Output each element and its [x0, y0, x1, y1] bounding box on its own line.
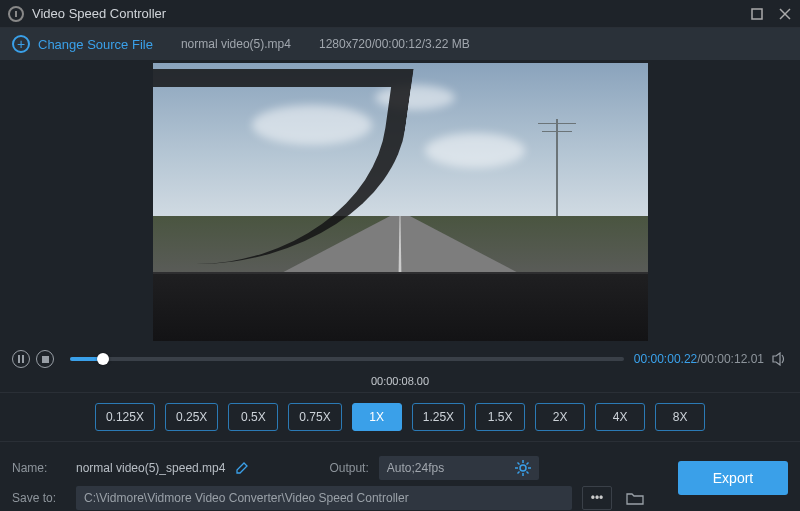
svg-rect-3 [18, 355, 20, 363]
source-filename: normal video(5).mp4 [181, 37, 291, 51]
time-current: 00:00:00.22 [634, 352, 697, 366]
svg-marker-6 [773, 353, 780, 365]
speed-selector: 0.125X0.25X0.5X0.75X1X1.25X1.5X2X4X8X [0, 392, 800, 442]
stop-button[interactable] [36, 350, 54, 368]
output-panel: Name: normal video(5)_speed.mp4 Output: … [0, 445, 800, 511]
browse-button[interactable]: ••• [582, 486, 612, 510]
svg-rect-4 [22, 355, 24, 363]
svg-line-13 [526, 472, 528, 474]
svg-line-14 [526, 463, 528, 465]
volume-icon[interactable] [772, 352, 788, 366]
app-logo-icon [8, 6, 24, 22]
speed-button-0.75x[interactable]: 0.75X [288, 403, 341, 431]
svg-line-15 [517, 472, 519, 474]
output-label: Output: [329, 461, 368, 475]
playback-controls: 00:00:00.22/00:00:12.01 [0, 348, 800, 370]
speed-button-1x[interactable]: 1X [352, 403, 402, 431]
preview-area [0, 60, 800, 346]
change-source-button[interactable]: + Change Source File [12, 35, 153, 53]
toolbar: + Change Source File normal video(5).mp4… [0, 28, 800, 60]
maximize-icon[interactable] [750, 7, 764, 21]
saveto-label: Save to: [12, 491, 66, 505]
name-label: Name: [12, 461, 66, 475]
output-format-select[interactable]: Auto;24fps [379, 456, 539, 480]
source-meta: 1280x720/00:00:12/3.22 MB [319, 37, 470, 51]
scrubber-tooltip: 00:00:08.00 [371, 375, 429, 387]
scrubber-tooltip-row: 00:00:08.00 [0, 370, 800, 392]
output-filename: normal video(5)_speed.mp4 [76, 461, 225, 475]
rename-icon[interactable] [235, 461, 249, 475]
window-title: Video Speed Controller [32, 6, 166, 21]
speed-button-4x[interactable]: 4X [595, 403, 645, 431]
speed-button-0.25x[interactable]: 0.25X [165, 403, 218, 431]
gear-icon[interactable] [515, 460, 531, 476]
title-bar: Video Speed Controller [0, 0, 800, 28]
speed-button-1.25x[interactable]: 1.25X [412, 403, 465, 431]
close-icon[interactable] [778, 7, 792, 21]
svg-point-7 [520, 465, 526, 471]
open-folder-icon[interactable] [622, 486, 648, 510]
time-total: 00:00:12.01 [701, 352, 764, 366]
saveto-path[interactable]: C:\Vidmore\Vidmore Video Converter\Video… [76, 486, 572, 510]
speed-button-2x[interactable]: 2X [535, 403, 585, 431]
scrubber-thumb[interactable] [97, 353, 109, 365]
svg-rect-0 [752, 9, 762, 19]
speed-button-8x[interactable]: 8X [655, 403, 705, 431]
speed-button-0.125x[interactable]: 0.125X [95, 403, 155, 431]
export-button[interactable]: Export [678, 461, 788, 495]
scrubber[interactable] [70, 357, 624, 361]
svg-line-12 [517, 463, 519, 465]
speed-button-0.5x[interactable]: 0.5X [228, 403, 278, 431]
plus-circle-icon: + [12, 35, 30, 53]
speed-button-1.5x[interactable]: 1.5X [475, 403, 525, 431]
output-format-value: Auto;24fps [387, 461, 444, 475]
change-source-label: Change Source File [38, 37, 153, 52]
svg-rect-5 [42, 356, 49, 363]
pause-button[interactable] [12, 350, 30, 368]
video-preview[interactable] [153, 63, 648, 341]
